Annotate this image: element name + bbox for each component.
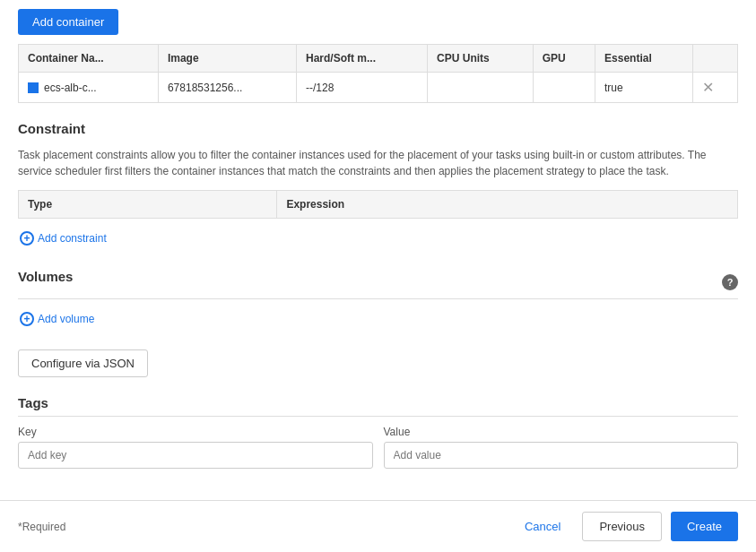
constraint-col-expression: Expression [277,191,738,219]
value-field: Value [384,426,739,469]
container-name-cell: ecs-alb-c... [19,73,159,103]
col-header-cpu: CPU Units [428,45,534,73]
volumes-help-icon[interactable]: ? [722,274,738,290]
tags-title: Tags [18,395,738,417]
col-header-hardsoft: Hard/Soft m... [297,45,428,73]
container-indicator [28,82,39,93]
constraint-table: Type Expression [18,190,738,219]
container-hardsoft-cell: --/128 [297,73,428,103]
container-name-value[interactable]: ecs-alb-c... [44,82,97,94]
col-header-image: Image [158,45,296,73]
tags-section: Tags Key Value [18,395,738,469]
key-field: Key [18,426,373,469]
constraint-col-type: Type [19,191,277,219]
footer-buttons: Cancel Previous Create [512,512,738,541]
key-label: Key [18,426,373,438]
previous-button[interactable]: Previous [582,512,662,541]
configure-json-button[interactable]: Configure via JSON [18,349,148,377]
required-text: *Required [18,521,65,533]
col-header-gpu: GPU [533,45,595,73]
constraint-section: Constraint Task placement constraints al… [18,121,738,251]
container-essential-cell: true [595,73,693,103]
add-constraint-plus-icon: + [20,231,34,246]
container-remove-cell: ✕ [692,73,737,103]
container-gpu-cell [533,73,595,103]
volumes-title: Volumes [18,269,73,288]
create-button[interactable]: Create [671,512,738,541]
table-row: ecs-alb-c... 67818531256... --/128 true … [19,73,738,103]
container-table: Container Na... Image Hard/Soft m... CPU… [18,44,738,103]
add-volume-label: Add volume [38,313,94,325]
add-volume-link[interactable]: + Add volume [18,306,738,332]
col-header-name: Container Na... [19,45,159,73]
remove-icon: ✕ [702,80,714,95]
volumes-section: Volumes ? + Add volume [18,269,738,332]
footer: *Required Cancel Previous Create [0,500,756,552]
value-input[interactable] [384,442,739,469]
container-image-cell: 67818531256... [158,73,296,103]
add-container-button[interactable]: Add container [18,9,118,35]
value-label: Value [384,426,739,438]
container-cpu-cell [428,73,534,103]
add-constraint-label: Add constraint [38,232,107,245]
constraint-description: Task placement constraints allow you to … [18,147,738,179]
cancel-button[interactable]: Cancel [512,512,573,541]
constraint-title: Constraint [18,121,738,140]
add-constraint-link[interactable]: + Add constraint [18,226,738,251]
remove-container-button[interactable]: ✕ [702,79,714,96]
key-input[interactable] [18,442,373,469]
col-header-actions [692,45,737,73]
add-volume-plus-icon: + [20,312,34,326]
col-header-essential: Essential [595,45,693,73]
